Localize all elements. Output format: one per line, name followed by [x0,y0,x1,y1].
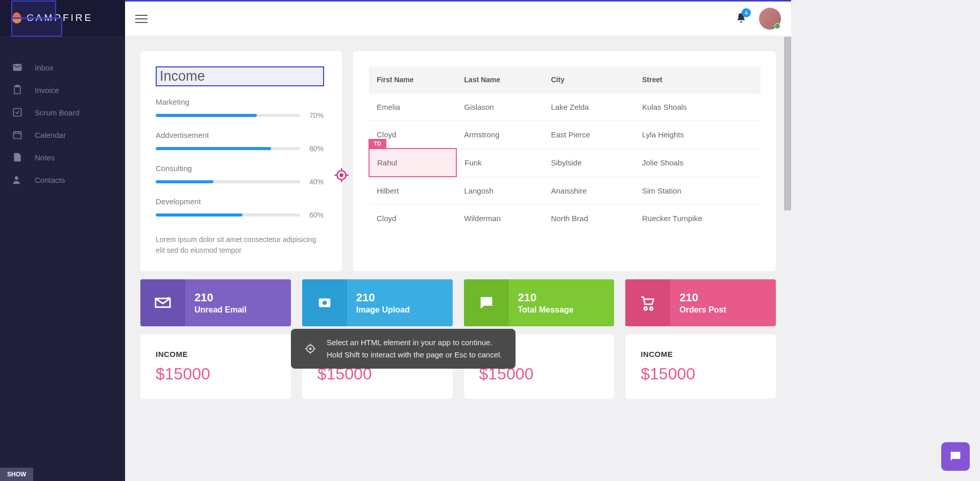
progress-track [156,213,300,217]
mail-icon [12,62,22,73]
table-cell: Anaisshire [543,177,634,205]
stat-number: 210 [679,291,767,304]
nav-label: Scrum Board [35,108,80,117]
svg-point-9 [323,301,327,305]
table-row[interactable]: HilbertLangoshAnaisshireSim Station [369,177,761,205]
mini-card: INCOME$15000 [625,334,776,399]
notifications-button[interactable]: 4 [736,12,747,26]
inspector-hint: Select an HTML element in your app to co… [291,329,516,369]
avatar[interactable] [759,8,781,30]
progress-track [156,114,300,117]
logo[interactable]: CAMPFIRE [0,0,125,36]
sidebar-item-notes[interactable]: Notes [0,146,125,169]
nav: Inbox Invoice Scrum Board Calendar Notes… [0,36,125,211]
income-title: Income [156,66,324,86]
stat-number: 210 [518,291,605,304]
sidebar: CAMPFIRE Inbox Invoice Scrum Board Calen… [0,0,125,481]
progress-value: 70% [309,111,327,119]
table-cell: Sim Station [634,177,761,205]
chat-icon [948,449,963,464]
table-cell: Kulas Shoals [634,93,761,121]
progress-track [156,180,300,183]
show-button[interactable]: SHOW [0,468,33,481]
sidebar-item-calendar[interactable]: Calendar [0,124,125,146]
user-plus-icon [12,175,22,185]
mini-value: $15000 [641,365,761,383]
th-firstname[interactable]: First Name [369,66,456,93]
svg-rect-2 [14,109,21,116]
nav-label: Notes [35,153,55,162]
stat-card[interactable]: 210Total Message [464,279,615,326]
th-lastname[interactable]: Last Name [456,66,543,93]
svg-point-7 [167,297,170,300]
progress-value: 80% [309,145,327,153]
table-cell: Lyla Heights [634,121,761,149]
progress-value: 60% [309,211,327,219]
sidebar-item-scrum[interactable]: Scrum Board [0,101,125,124]
stat-card[interactable]: 210Orders Post [625,279,776,326]
mini-title: INCOME [156,350,276,358]
target-icon [304,343,316,355]
svg-point-11 [310,348,311,350]
table-cell: RahulTD [369,149,456,177]
income-footer: Lorem ipsum dolor sit amet consectetur a… [156,234,327,256]
stat-label: Total Message [518,305,605,315]
th-street[interactable]: Street [634,66,761,93]
sidebar-item-invoice[interactable]: Invoice [0,79,125,101]
stat-label: Unread Email [194,305,282,315]
chat-button[interactable] [941,442,970,471]
income-card: Income Marketing70%Addvertisement80%Cons… [140,51,342,271]
scrollbar[interactable] [784,37,791,210]
svg-point-4 [15,176,18,180]
th-city[interactable]: City [543,66,634,93]
table-cell: Lake Zelda [543,93,634,121]
table-row[interactable]: EmeliaGislasonLake ZeldaKulas Shoals [369,93,761,121]
progress-label: Development [156,197,327,206]
table-row[interactable]: CloydArmstrongEast PierceLyla Heights [369,121,761,149]
table-cell: Cloyd [369,205,456,232]
stat-card[interactable]: 210Unread Email [140,279,291,326]
table-cell: Langosh [456,177,543,205]
check-square-icon [12,107,22,117]
table-cell: Funk [456,149,543,177]
table-cell: Gislason [456,93,543,121]
table-cell: Jolie Shoals [634,149,761,177]
progress-label: Marketing [156,98,327,106]
data-table: First Name Last Name City Street EmeliaG… [369,66,761,232]
svg-point-6 [340,174,343,177]
topbar: 4 [125,0,791,36]
notification-badge: 4 [742,8,751,17]
table-cell: Armstrong [456,121,543,149]
stat-card[interactable]: 210Image Upload [302,279,453,326]
progress-track [156,147,300,150]
table-cell: Wilderman [456,205,543,232]
nav-label: Calendar [35,131,66,139]
table-cell: Hilbert [369,177,456,205]
hint-line2: Hold Shift to interact with the page or … [327,349,502,361]
file-icon [12,152,22,162]
table-row[interactable]: RahulTDFunkSibylsideJolie Shoals [369,149,761,177]
stat-number: 210 [194,291,282,304]
table-card: First Name Last Name City Street EmeliaG… [353,51,776,271]
nav-label: Inbox [35,63,54,72]
stat-icon [140,279,185,326]
stat-icon [302,279,347,326]
svg-rect-3 [14,132,21,138]
table-row[interactable]: CloydWildermanNorth BradRuecker Turnpike [369,205,761,232]
hamburger-icon[interactable] [135,12,148,26]
mini-value: $15000 [156,365,276,383]
crosshair-icon [334,167,349,183]
table-cell: Sibylside [543,149,634,177]
sidebar-item-inbox[interactable]: Inbox [0,56,125,79]
calendar-icon [12,130,22,140]
stat-icon [464,279,509,326]
mini-card: INCOME$15000 [140,334,291,399]
main: 4 Income Marketing70%Addvertisement80%Co… [125,0,791,481]
sidebar-item-contacts[interactable]: Contacts [0,169,125,191]
progress-label: Addvertisement [156,131,327,139]
progress-value: 40% [309,178,327,186]
stat-icon [625,279,670,326]
inspector-tag: TD [369,139,386,148]
brand-text: CAMPFIRE [27,12,93,23]
table-cell: Emelia [369,93,456,121]
